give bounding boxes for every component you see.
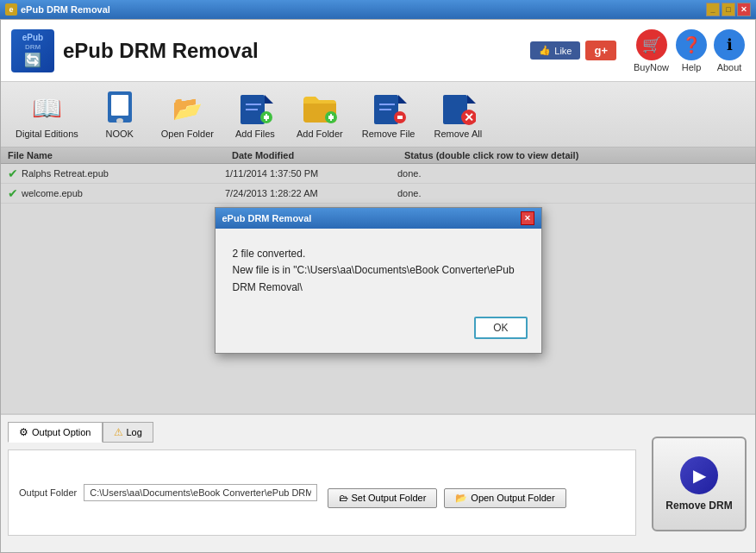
tab-output-option-label: Output Option (32, 427, 91, 437)
svg-marker-14 (398, 95, 407, 104)
toolbar-label-add-folder: Add Folder (297, 129, 343, 139)
svg-rect-12 (330, 114, 332, 121)
svg-rect-6 (246, 109, 258, 110)
open-folder-icon: 📂 (169, 90, 205, 126)
svg-rect-18 (397, 116, 403, 119)
app-header: ePub DRM 🔄 ePub DRM Removal 👍 Like g+ 🛒 … (1, 20, 755, 82)
log-icon: ⚠ (114, 426, 123, 438)
svg-text:✕: ✕ (464, 110, 474, 124)
maximize-button[interactable]: □ (722, 3, 735, 16)
toolbar-label-open-folder: Open Folder (161, 129, 214, 139)
header-actions: 🛒 BuyNow ❓ Help ℹ About (634, 29, 745, 72)
svg-rect-9 (266, 114, 267, 121)
dialog-close-button[interactable]: ✕ (521, 211, 534, 225)
social-buttons: 👍 Like g+ (530, 41, 616, 60)
about-label: About (717, 62, 742, 72)
app-container: ePub DRM 🔄 ePub DRM Removal 👍 Like g+ 🛒 … (0, 19, 756, 553)
file-list-area: File Name Date Modified Status (double c… (1, 148, 755, 414)
output-folder-label: Output Folder (19, 487, 77, 498)
svg-point-2 (116, 118, 123, 123)
bottom-right: ▶ Remove DRM (643, 415, 755, 552)
toolbar-btn-remove-all[interactable]: ✕ Remove All (426, 85, 490, 143)
bottom-panel: ⚙ Output Option ⚠ Log Output Folder 🗁 Se… (1, 414, 755, 552)
toolbar-btn-digital-editions[interactable]: 📖 Digital Editions (8, 85, 86, 143)
dialog-message-line2: New file is in "C:\Users\aa\Documents\eB… (233, 262, 524, 279)
add-files-icon (237, 90, 273, 126)
help-button[interactable]: ❓ Help (676, 29, 707, 72)
toolbar-label-remove-file: Remove File (362, 129, 415, 139)
buynow-button[interactable]: 🛒 BuyNow (634, 29, 669, 72)
app-logo: ePub DRM 🔄 (11, 29, 54, 72)
add-folder-icon (302, 90, 338, 126)
help-label: Help (682, 62, 702, 72)
dialog-overlay: ePub DRM Removal ✕ 2 file converted. New… (1, 148, 755, 413)
buynow-icon: 🛒 (636, 29, 667, 60)
svg-marker-4 (265, 95, 273, 104)
remove-all-icon: ✕ (440, 90, 476, 126)
help-icon: ❓ (676, 29, 707, 60)
tabs-bar: ⚙ Output Option ⚠ Log (8, 422, 636, 443)
folder-icon: 🗁 (339, 493, 348, 503)
toolbar-label-remove-all: Remove All (434, 129, 482, 139)
set-output-folder-button[interactable]: 🗁 Set Output Folder (328, 488, 438, 508)
remove-drm-button[interactable]: ▶ Remove DRM (652, 437, 747, 531)
close-button[interactable]: ✕ (737, 3, 751, 16)
tab-log[interactable]: ⚠ Log (103, 422, 153, 443)
output-folder-input[interactable] (84, 484, 316, 501)
about-icon: ℹ (714, 29, 745, 60)
toolbar-btn-open-folder[interactable]: 📂 Open Folder (153, 85, 222, 143)
digital-editions-icon: 📖 (28, 90, 65, 126)
bottom-left: ⚙ Output Option ⚠ Log Output Folder 🗁 Se… (1, 415, 643, 552)
dialog-titlebar: ePub DRM Removal ✕ (216, 208, 541, 229)
app-title: ePub DRM Removal (63, 39, 530, 63)
dialog-ok-button[interactable]: OK (474, 317, 527, 339)
svg-rect-1 (111, 95, 128, 116)
toolbar-label-digital-editions: Digital Editions (16, 129, 78, 139)
window-titlebar: e ePub DRM Removal _ □ ✕ (0, 0, 756, 19)
toolbar-btn-nook[interactable]: NOOK (90, 85, 150, 143)
svg-rect-5 (246, 104, 261, 105)
dialog-message-line1: 2 file converted. (233, 246, 524, 262)
toolbar-label-add-files: Add Files (235, 129, 275, 139)
about-button[interactable]: ℹ About (714, 29, 745, 72)
open-output-folder-button[interactable]: 📂 Open Output Folder (444, 488, 565, 508)
toolbar-btn-add-folder[interactable]: Add Folder (289, 85, 351, 143)
tab-content-output-option: Output Folder 🗁 Set Output Folder 📂 Open… (8, 449, 636, 536)
dialog-message-line3: DRM Removal\ (233, 280, 524, 296)
output-option-icon: ⚙ (19, 426, 28, 438)
window-title-text: ePub DRM Removal (21, 4, 110, 15)
tab-output-option[interactable]: ⚙ Output Option (8, 422, 103, 443)
toolbar: 📖 Digital Editions NOOK 📂 Open Folder (1, 82, 755, 148)
svg-marker-20 (467, 95, 476, 104)
remove-file-icon (371, 90, 407, 126)
google-plus-button[interactable]: g+ (585, 41, 616, 60)
svg-rect-15 (379, 104, 395, 105)
dialog-footer: OK (216, 310, 541, 353)
buynow-label: BuyNow (634, 62, 669, 72)
facebook-like-button[interactable]: 👍 Like (530, 41, 580, 60)
remove-drm-label: Remove DRM (665, 500, 732, 512)
tab-log-label: Log (127, 427, 142, 437)
nook-icon (102, 90, 138, 126)
window-title-icon: e (5, 3, 17, 16)
window-controls: _ □ ✕ (706, 3, 751, 16)
remove-drm-icon: ▶ (680, 456, 718, 494)
open-folder-icon: 📂 (455, 493, 467, 504)
dialog-title: ePub DRM Removal (222, 213, 312, 223)
folder-buttons: 🗁 Set Output Folder 📂 Open Output Folder (328, 488, 626, 508)
dialog: ePub DRM Removal ✕ 2 file converted. New… (215, 207, 542, 354)
toolbar-btn-remove-file[interactable]: Remove File (354, 85, 423, 143)
minimize-button[interactable]: _ (706, 3, 720, 16)
dialog-body: 2 file converted. New file is in "C:\Use… (216, 229, 541, 310)
toolbar-label-nook: NOOK (106, 129, 134, 139)
toolbar-btn-add-files[interactable]: Add Files (225, 85, 285, 143)
svg-rect-16 (379, 109, 391, 110)
